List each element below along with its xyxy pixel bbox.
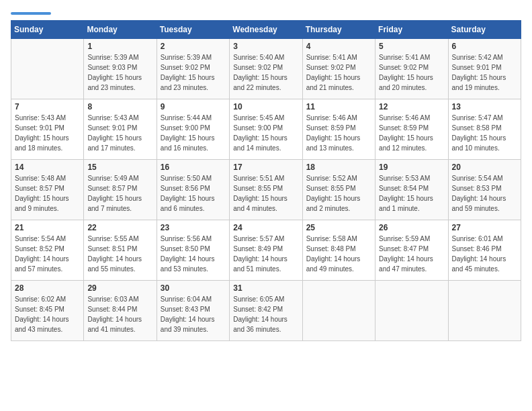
day-cell: 23Sunrise: 5:56 AM Sunset: 8:50 PM Dayli… <box>157 220 229 281</box>
day-cell: 15Sunrise: 5:49 AM Sunset: 8:57 PM Dayli… <box>84 160 157 220</box>
weekday-header-friday: Friday <box>375 21 448 39</box>
weekday-header-saturday: Saturday <box>448 21 521 39</box>
day-number: 6 <box>452 42 517 51</box>
day-info: Sunrise: 5:55 AM Sunset: 8:51 PM Dayligh… <box>87 234 152 274</box>
day-info: Sunrise: 5:45 AM Sunset: 9:00 PM Dayligh… <box>233 113 298 153</box>
day-number: 21 <box>15 223 80 232</box>
day-cell: 29Sunrise: 6:03 AM Sunset: 8:44 PM Dayli… <box>84 281 157 341</box>
day-info: Sunrise: 5:39 AM Sunset: 9:03 PM Dayligh… <box>87 52 152 93</box>
header <box>11 11 521 15</box>
day-cell: 12Sunrise: 5:46 AM Sunset: 8:59 PM Dayli… <box>375 99 448 160</box>
day-cell: 13Sunrise: 5:47 AM Sunset: 8:58 PM Dayli… <box>448 99 521 160</box>
day-info: Sunrise: 5:43 AM Sunset: 9:01 PM Dayligh… <box>87 113 152 153</box>
day-cell: 9Sunrise: 5:44 AM Sunset: 9:00 PM Daylig… <box>157 99 229 160</box>
day-cell: 27Sunrise: 6:01 AM Sunset: 8:46 PM Dayli… <box>448 220 521 281</box>
week-row-3: 14Sunrise: 5:48 AM Sunset: 8:57 PM Dayli… <box>11 160 521 220</box>
day-cell: 25Sunrise: 5:58 AM Sunset: 8:48 PM Dayli… <box>302 220 375 281</box>
day-number: 13 <box>452 102 517 111</box>
day-info: Sunrise: 5:48 AM Sunset: 8:57 PM Dayligh… <box>15 173 80 214</box>
day-info: Sunrise: 5:54 AM Sunset: 8:53 PM Dayligh… <box>452 173 517 214</box>
day-info: Sunrise: 5:56 AM Sunset: 8:50 PM Dayligh… <box>161 234 226 274</box>
day-cell: 30Sunrise: 6:04 AM Sunset: 8:43 PM Dayli… <box>157 281 229 341</box>
day-number: 29 <box>87 283 152 293</box>
day-number: 12 <box>379 102 444 111</box>
logo-underline <box>11 12 51 15</box>
day-cell: 10Sunrise: 5:45 AM Sunset: 9:00 PM Dayli… <box>230 99 302 160</box>
day-info: Sunrise: 5:44 AM Sunset: 9:00 PM Dayligh… <box>161 113 226 153</box>
day-number: 8 <box>87 102 152 111</box>
day-number: 9 <box>161 102 226 111</box>
day-info: Sunrise: 5:59 AM Sunset: 8:47 PM Dayligh… <box>379 234 444 274</box>
calendar-body: 1Sunrise: 5:39 AM Sunset: 9:03 PM Daylig… <box>11 39 521 341</box>
day-cell: 18Sunrise: 5:52 AM Sunset: 8:55 PM Dayli… <box>302 160 375 220</box>
day-number: 19 <box>379 163 444 172</box>
day-number: 18 <box>306 163 371 172</box>
day-info: Sunrise: 5:57 AM Sunset: 8:49 PM Dayligh… <box>233 234 298 274</box>
day-cell: 21Sunrise: 5:54 AM Sunset: 8:52 PM Dayli… <box>11 220 84 281</box>
day-info: Sunrise: 5:49 AM Sunset: 8:57 PM Dayligh… <box>87 173 152 214</box>
day-info: Sunrise: 6:01 AM Sunset: 8:46 PM Dayligh… <box>452 234 517 274</box>
weekday-header-sunday: Sunday <box>11 21 84 39</box>
day-number: 28 <box>15 283 80 293</box>
week-row-4: 21Sunrise: 5:54 AM Sunset: 8:52 PM Dayli… <box>11 220 521 281</box>
weekday-row: SundayMondayTuesdayWednesdayThursdayFrid… <box>11 21 521 39</box>
day-cell: 1Sunrise: 5:39 AM Sunset: 9:03 PM Daylig… <box>84 39 157 99</box>
weekday-header-thursday: Thursday <box>302 21 375 39</box>
day-number: 31 <box>233 283 298 293</box>
day-number: 16 <box>161 163 226 172</box>
day-number: 2 <box>161 42 226 51</box>
day-cell: 6Sunrise: 5:42 AM Sunset: 9:01 PM Daylig… <box>448 39 521 99</box>
calendar-header: SundayMondayTuesdayWednesdayThursdayFrid… <box>11 21 521 39</box>
day-cell: 22Sunrise: 5:55 AM Sunset: 8:51 PM Dayli… <box>84 220 157 281</box>
day-info: Sunrise: 5:50 AM Sunset: 8:56 PM Dayligh… <box>161 173 226 214</box>
day-info: Sunrise: 5:54 AM Sunset: 8:52 PM Dayligh… <box>15 234 80 274</box>
day-number: 27 <box>452 223 517 232</box>
day-number: 3 <box>233 42 298 51</box>
day-cell: 20Sunrise: 5:54 AM Sunset: 8:53 PM Dayli… <box>448 160 521 220</box>
day-number: 30 <box>161 283 226 293</box>
day-info: Sunrise: 5:53 AM Sunset: 8:54 PM Dayligh… <box>379 173 444 214</box>
day-number: 14 <box>15 163 80 172</box>
calendar-table: SundayMondayTuesdayWednesdayThursdayFrid… <box>11 20 521 341</box>
day-cell: 17Sunrise: 5:51 AM Sunset: 8:55 PM Dayli… <box>230 160 302 220</box>
day-cell: 14Sunrise: 5:48 AM Sunset: 8:57 PM Dayli… <box>11 160 84 220</box>
day-cell <box>302 281 375 341</box>
day-cell: 26Sunrise: 5:59 AM Sunset: 8:47 PM Dayli… <box>375 220 448 281</box>
day-cell: 8Sunrise: 5:43 AM Sunset: 9:01 PM Daylig… <box>84 99 157 160</box>
day-number: 25 <box>306 223 371 232</box>
day-cell: 4Sunrise: 5:41 AM Sunset: 9:02 PM Daylig… <box>302 39 375 99</box>
week-row-1: 1Sunrise: 5:39 AM Sunset: 9:03 PM Daylig… <box>11 39 521 99</box>
day-number: 10 <box>233 102 298 111</box>
day-info: Sunrise: 5:42 AM Sunset: 9:01 PM Dayligh… <box>452 52 517 93</box>
day-number: 4 <box>306 42 371 51</box>
week-row-5: 28Sunrise: 6:02 AM Sunset: 8:45 PM Dayli… <box>11 281 521 341</box>
day-number: 7 <box>15 102 80 111</box>
day-number: 15 <box>87 163 152 172</box>
day-number: 23 <box>161 223 226 232</box>
day-info: Sunrise: 5:46 AM Sunset: 8:59 PM Dayligh… <box>306 113 371 153</box>
day-info: Sunrise: 6:02 AM Sunset: 8:45 PM Dayligh… <box>15 294 80 334</box>
day-info: Sunrise: 6:03 AM Sunset: 8:44 PM Dayligh… <box>87 294 152 334</box>
day-number: 20 <box>452 163 517 172</box>
day-cell: 3Sunrise: 5:40 AM Sunset: 9:02 PM Daylig… <box>230 39 302 99</box>
day-info: Sunrise: 5:51 AM Sunset: 8:55 PM Dayligh… <box>233 173 298 214</box>
day-cell: 16Sunrise: 5:50 AM Sunset: 8:56 PM Dayli… <box>157 160 229 220</box>
day-info: Sunrise: 5:58 AM Sunset: 8:48 PM Dayligh… <box>306 234 371 274</box>
day-info: Sunrise: 6:04 AM Sunset: 8:43 PM Dayligh… <box>161 294 226 334</box>
day-cell: 2Sunrise: 5:39 AM Sunset: 9:02 PM Daylig… <box>157 39 229 99</box>
day-cell: 24Sunrise: 5:57 AM Sunset: 8:49 PM Dayli… <box>230 220 302 281</box>
day-info: Sunrise: 5:39 AM Sunset: 9:02 PM Dayligh… <box>161 52 226 93</box>
day-cell <box>375 281 448 341</box>
day-number: 26 <box>379 223 444 232</box>
day-cell: 11Sunrise: 5:46 AM Sunset: 8:59 PM Dayli… <box>302 99 375 160</box>
day-info: Sunrise: 5:47 AM Sunset: 8:58 PM Dayligh… <box>452 113 517 153</box>
day-number: 11 <box>306 102 371 111</box>
day-info: Sunrise: 5:40 AM Sunset: 9:02 PM Dayligh… <box>233 52 298 93</box>
day-number: 17 <box>233 163 298 172</box>
day-cell: 7Sunrise: 5:43 AM Sunset: 9:01 PM Daylig… <box>11 99 84 160</box>
day-cell: 19Sunrise: 5:53 AM Sunset: 8:54 PM Dayli… <box>375 160 448 220</box>
day-info: Sunrise: 5:41 AM Sunset: 9:02 PM Dayligh… <box>379 52 444 93</box>
day-cell <box>448 281 521 341</box>
day-number: 22 <box>87 223 152 232</box>
day-info: Sunrise: 5:52 AM Sunset: 8:55 PM Dayligh… <box>306 173 371 214</box>
